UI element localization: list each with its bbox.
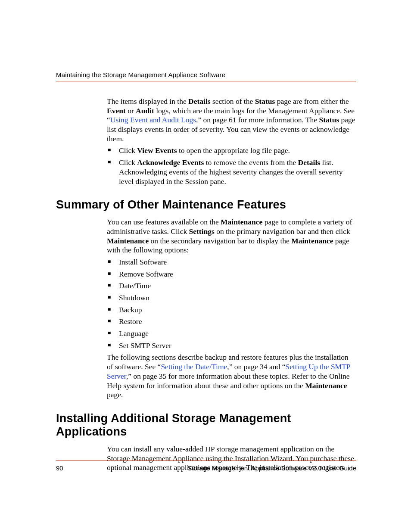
intro-paragraph-block: The items displayed in the Details secti… xyxy=(107,97,356,186)
option-label: Language xyxy=(119,329,149,338)
bold-audit: Audit xyxy=(136,106,154,115)
page-footer: 90 Storage Management Appliance Software… xyxy=(56,460,356,472)
maintenance-options-list: Install Software Remove Software Date/Ti… xyxy=(107,258,356,351)
text: ,” on page 34 and “ xyxy=(227,362,285,371)
bold-maintenance: Maintenance xyxy=(291,236,333,245)
intro-paragraph: The items displayed in the Details secti… xyxy=(107,97,356,143)
link-setting-date-time[interactable]: Setting the Date/Time xyxy=(161,362,227,371)
text: ,” on page 61 for more information. The xyxy=(196,115,319,124)
text: to remove the events from the xyxy=(204,158,298,167)
bold-status: Status xyxy=(319,115,339,124)
list-item: Date/Time xyxy=(107,281,356,291)
page-number: 90 xyxy=(56,464,63,472)
option-label: Backup xyxy=(119,305,142,314)
doc-title: Storage Management Appliance Software V2… xyxy=(187,464,356,472)
heading-installing-applications: Installing Additional Storage Management… xyxy=(56,412,356,439)
bold-acknowledge-events: Acknowledge Events xyxy=(137,158,204,167)
chapter-title: Maintaining the Storage Management Appli… xyxy=(56,71,225,78)
bold-event: Event xyxy=(107,106,126,115)
list-item: Language xyxy=(107,329,356,339)
text: to open the appropriate log file page. xyxy=(177,146,290,155)
page-content: Maintaining the Storage Management Appli… xyxy=(0,0,411,473)
list-item: Install Software xyxy=(107,258,356,267)
list-item: Shutdown xyxy=(107,293,356,303)
option-label: Restore xyxy=(119,317,142,326)
bold-view-events: View Events xyxy=(137,146,177,155)
text: The items displayed in the xyxy=(107,97,188,106)
heading-summary-maintenance: Summary of Other Maintenance Features xyxy=(56,198,356,212)
option-label: Date/Time xyxy=(119,281,151,290)
text: on the primary navigation bar and then c… xyxy=(215,227,350,236)
option-label: Install Software xyxy=(119,258,167,266)
text: You can use features available on the xyxy=(107,218,221,226)
bold-details: Details xyxy=(298,158,321,167)
bold-maintenance: Maintenance xyxy=(305,381,347,390)
option-label: Set SMTP Server xyxy=(119,341,171,350)
bold-status: Status xyxy=(255,97,275,106)
text: page are from either the xyxy=(275,97,349,106)
list-item: Remove Software xyxy=(107,270,356,279)
text: on the secondary navigation bar to displ… xyxy=(149,236,291,245)
text: page. xyxy=(107,390,123,399)
section1-intro-paragraph: You can use features available on the Ma… xyxy=(107,218,356,255)
list-item: Click Acknowledge Events to remove the e… xyxy=(107,158,356,186)
list-item: Click View Events to open the appropriat… xyxy=(107,146,356,156)
option-label: Remove Software xyxy=(119,270,173,278)
text: Click xyxy=(119,158,137,167)
bold-maintenance: Maintenance xyxy=(107,236,149,245)
option-label: Shutdown xyxy=(119,293,149,302)
intro-list: Click View Events to open the appropriat… xyxy=(107,146,356,186)
text: Click xyxy=(119,146,137,155)
page-header: Maintaining the Storage Management Appli… xyxy=(56,71,356,81)
bold-settings: Settings xyxy=(189,227,215,236)
list-item: Backup xyxy=(107,305,356,315)
text: or xyxy=(126,106,136,115)
section1-closing-paragraph: The following sections describe backup a… xyxy=(107,353,356,399)
list-item: Set SMTP Server xyxy=(107,341,356,351)
list-item: Restore xyxy=(107,317,356,327)
link-using-event-audit-logs[interactable]: Using Event and Audit Logs xyxy=(110,115,196,124)
bold-details: Details xyxy=(188,97,211,106)
section1-body: You can use features available on the Ma… xyxy=(107,218,356,400)
text: section of the xyxy=(211,97,255,106)
bold-maintenance: Maintenance xyxy=(221,218,262,226)
